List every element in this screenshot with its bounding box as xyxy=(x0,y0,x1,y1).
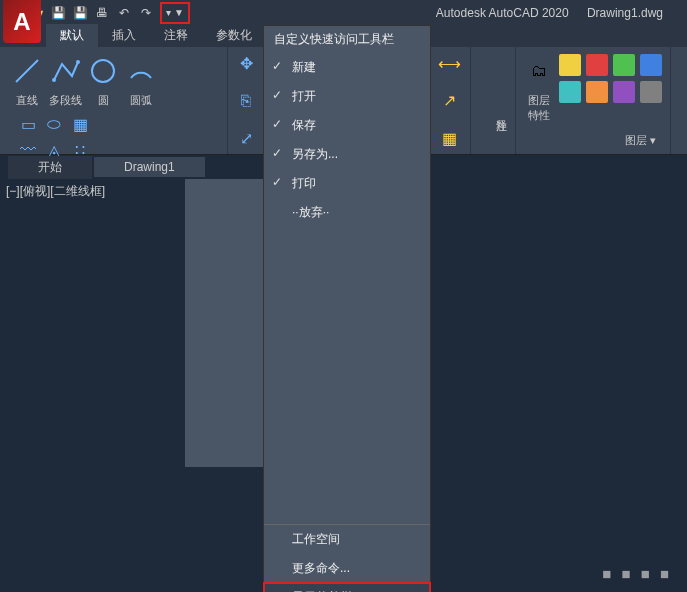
swatch-red[interactable] xyxy=(586,54,608,76)
check-icon: ✓ xyxy=(272,146,282,160)
ribbon-tab-annotate[interactable]: 注释 xyxy=(150,24,202,47)
menu-item-open[interactable]: ✓打开 xyxy=(264,82,430,111)
rect-icon[interactable]: ▭ xyxy=(16,112,40,136)
ribbon-tab-parametric[interactable]: 参数化 xyxy=(202,24,266,47)
qat-save-icon[interactable]: 💾 xyxy=(48,3,68,23)
ribbon-panel-draw: 直线 多段线 圆 圆弧 ▭ ⬭ ▦ 〰 ◬ ∷ 绘图 ▾ xyxy=(0,47,228,154)
swatch-purple[interactable] xyxy=(613,81,635,103)
app-name: Autodesk AutoCAD 2020 xyxy=(436,6,569,20)
menu-item-more-commands[interactable]: 更多命令... xyxy=(264,554,430,583)
menu-item-truncated[interactable]: ··放弃·· xyxy=(264,198,430,227)
watermark: ■ ■ ■ ■ xyxy=(602,565,672,582)
dim-icon[interactable]: ⟷ xyxy=(437,51,461,75)
check-icon: ✓ xyxy=(272,88,282,102)
swatch-cyan[interactable] xyxy=(559,81,581,103)
layer-state-swatches xyxy=(556,51,667,123)
tool-polyline[interactable]: 多段线 xyxy=(48,51,82,108)
ribbon-panel-annotation-b: 注释 xyxy=(471,47,516,154)
layer-properties-icon: 🗂 xyxy=(522,51,556,91)
doc-name: Drawing1.dwg xyxy=(587,6,663,20)
svg-point-3 xyxy=(92,60,114,82)
swatch-blue[interactable] xyxy=(640,54,662,76)
copy-icon[interactable]: ⎘ xyxy=(234,89,258,113)
doc-tab-start[interactable]: 开始 xyxy=(8,156,92,179)
line-icon xyxy=(10,51,44,91)
ribbon-tab-default[interactable]: 默认 xyxy=(46,24,98,47)
viewport-controls[interactable]: [−][俯视][二维线框] xyxy=(6,183,105,200)
swatch-yellow[interactable] xyxy=(559,54,581,76)
stretch-icon[interactable]: ⤢ xyxy=(234,126,258,150)
menu-item-workspace[interactable]: 工作空间 xyxy=(264,525,430,554)
qat-customize-dropdown[interactable]: ▾ ▼ xyxy=(160,2,190,24)
svg-point-1 xyxy=(52,78,56,82)
app-logo[interactable]: A xyxy=(3,0,41,43)
ribbon-panel-modify: ✥ ⎘ ⤢ xyxy=(228,47,266,154)
ellipse-icon[interactable]: ⬭ xyxy=(42,112,66,136)
window-title: Autodesk AutoCAD 2020 Drawing1.dwg xyxy=(421,6,683,20)
dropdown-header: 自定义快速访问工具栏 xyxy=(264,26,430,53)
ribbon-panel-layer: 🗂 图层 特性 图层 ▾ xyxy=(516,47,671,154)
layer-panel-label[interactable]: 图层 ▾ xyxy=(522,131,664,150)
hatch-icon[interactable]: ▦ xyxy=(68,112,92,136)
title-bar: 📄 📂 💾 💾 🖶 ↶ ↷ ▾ ▼ Autodesk AutoCAD 2020 … xyxy=(0,0,687,25)
svg-point-2 xyxy=(76,60,80,64)
qat-saveas-icon[interactable]: 💾 xyxy=(70,3,90,23)
layer-properties-button[interactable]: 🗂 图层 特性 xyxy=(522,51,556,123)
tool-arc[interactable]: 圆弧 xyxy=(124,51,158,108)
doc-tab-drawing1[interactable]: Drawing1 xyxy=(94,157,205,177)
menu-item-new[interactable]: ✓新建 xyxy=(264,53,430,82)
qat-customize-menu: 自定义快速访问工具栏 ✓新建 ✓打开 ✓保存 ✓另存为... ✓打印 ··放弃·… xyxy=(263,25,431,592)
tool-line[interactable]: 直线 xyxy=(10,51,44,108)
leader-icon[interactable]: ↗ xyxy=(437,89,461,113)
check-icon: ✓ xyxy=(272,175,282,189)
qat-redo-icon[interactable]: ↷ xyxy=(136,3,156,23)
move-icon[interactable]: ✥ xyxy=(234,51,258,75)
swatch-green[interactable] xyxy=(613,54,635,76)
polyline-icon xyxy=(48,51,82,91)
ribbon-panel-annotation-a: ⟷ ↗ ▦ xyxy=(431,47,471,154)
ribbon-tab-insert[interactable]: 插入 xyxy=(98,24,150,47)
draw-small-tools: ▭ ⬭ ▦ 〰 ◬ ∷ xyxy=(16,112,92,162)
menu-item-save[interactable]: ✓保存 xyxy=(264,111,430,140)
qat-undo-icon[interactable]: ↶ xyxy=(114,3,134,23)
qat-plot-icon[interactable]: 🖶 xyxy=(92,3,112,23)
check-icon: ✓ xyxy=(272,117,282,131)
menu-item-show-menubar[interactable]: 显示菜单栏 xyxy=(263,582,431,592)
tool-circle[interactable]: 圆 xyxy=(86,51,120,108)
svg-line-0 xyxy=(16,60,38,82)
menu-item-saveas[interactable]: ✓另存为... xyxy=(264,140,430,169)
swatch-orange[interactable] xyxy=(586,81,608,103)
swatch-gray[interactable] xyxy=(640,81,662,103)
arc-icon xyxy=(124,51,158,91)
table-icon[interactable]: ▦ xyxy=(437,126,461,150)
circle-icon xyxy=(86,51,120,91)
menu-item-print[interactable]: ✓打印 xyxy=(264,169,430,198)
check-icon: ✓ xyxy=(272,59,282,73)
